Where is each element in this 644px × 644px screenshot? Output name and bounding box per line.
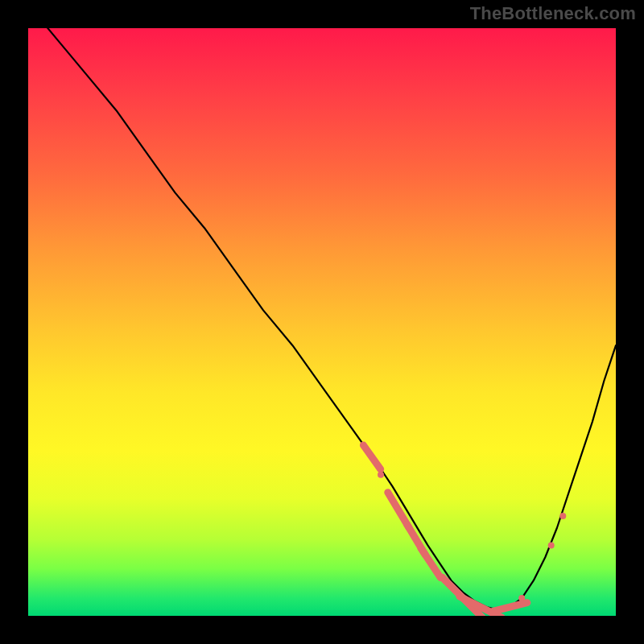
curve-marker-dot xyxy=(518,595,525,601)
curve-marker-bar xyxy=(363,445,380,469)
curve-marker-dot xyxy=(559,513,566,519)
curve-marker-dot xyxy=(378,472,384,478)
marker-group xyxy=(363,445,566,616)
curve-marker-bar xyxy=(421,548,440,577)
curve-layer xyxy=(28,28,616,616)
curve-marker-dot xyxy=(548,542,555,548)
curve-marker-bar xyxy=(493,603,526,612)
watermark-text: TheBottleneck.com xyxy=(470,3,636,24)
bottleneck-curve xyxy=(28,28,616,610)
chart-frame: TheBottleneck.com xyxy=(0,0,644,644)
plot-area xyxy=(28,28,616,616)
